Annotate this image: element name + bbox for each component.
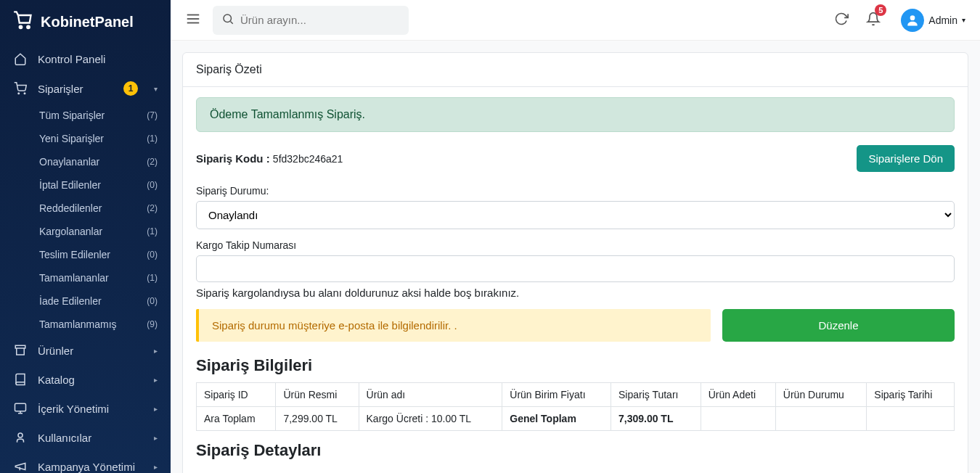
search-icon [221, 12, 234, 28]
sidebar-sub-item[interactable]: Yeni Siparişler(1) [0, 127, 171, 150]
brand[interactable]: KobinetPanel [0, 0, 171, 44]
cart-icon [13, 82, 28, 95]
sidebar-sub-item[interactable]: Onaylananlar(2) [0, 150, 171, 173]
info-alert: Sipariş durumu müşteriye e-posta ile bil… [196, 309, 711, 342]
sidebar-sub-label: Onaylananlar [39, 156, 99, 168]
sidebar-item-orders[interactable]: Siparişler 1 ▾ [0, 73, 171, 104]
sidebar-item-label: Kontrol Paneli [38, 53, 158, 65]
svg-point-8 [18, 433, 23, 437]
shipping-fee: Kargo Ücreti : 10.00 TL [359, 407, 502, 431]
sidebar-sub-item[interactable]: Reddedilenler(2) [0, 197, 171, 220]
sidebar-sub-count: (7) [147, 110, 158, 120]
sidebar-item-catalog[interactable]: Katalog ▸ [0, 365, 171, 394]
table-header: Sipariş Tarihi [867, 383, 955, 407]
sidebar-item-label: Kullanıcılar [38, 432, 144, 444]
status-select[interactable]: Onaylandı [196, 201, 955, 229]
svg-point-12 [224, 15, 232, 22]
refresh-button[interactable] [831, 9, 852, 31]
notifications-button[interactable]: 5 [863, 9, 883, 31]
sidebar-item-content[interactable]: İçerik Yönetimi ▸ [0, 394, 171, 423]
orders-badge: 1 [123, 81, 138, 96]
order-code-label: Sipariş Kodu : [196, 152, 273, 165]
sidebar-item-label: Siparişler [38, 83, 113, 95]
subtotal-label: Ara Toplam [197, 407, 276, 431]
archive-icon [13, 344, 28, 357]
user-icon [13, 431, 28, 444]
sidebar-sub-label: Kargolananlar [39, 226, 102, 237]
search-box[interactable] [213, 6, 409, 35]
chevron-right-icon: ▸ [154, 347, 158, 355]
sidebar-sub-count: (1) [147, 273, 158, 283]
sidebar-sub-label: İptal Edilenler [39, 179, 101, 191]
sidebar-sub-label: Reddedilenler [39, 202, 102, 214]
sidebar-sub-count: (0) [147, 296, 158, 306]
sidebar-sub-count: (2) [147, 203, 158, 213]
grand-total-label: Genel Toplam [502, 407, 611, 431]
chevron-right-icon: ▸ [154, 405, 158, 413]
sidebar-sub-count: (2) [147, 157, 158, 167]
table-header: Ürün Adeti [701, 383, 775, 407]
user-menu[interactable]: Admin ▾ [901, 9, 965, 32]
table-header: Ürün Durumu [775, 383, 867, 407]
status-label: Sipariş Durumu: [196, 185, 955, 197]
sidebar-item-dashboard[interactable]: Kontrol Paneli [0, 44, 171, 73]
sidebar-sub-item[interactable]: Teslim Edilenler(0) [0, 243, 171, 266]
sidebar-sub-count: (1) [147, 226, 158, 236]
chevron-right-icon: ▸ [154, 376, 158, 384]
subtotal-value: 7,299.00 TL [276, 407, 359, 431]
table-header: Ürün adı [359, 383, 502, 407]
sidebar-item-users[interactable]: Kullanıcılar ▸ [0, 423, 171, 452]
grand-total-value: 7,309.00 TL [611, 407, 701, 431]
search-input[interactable] [240, 14, 400, 26]
empty-cell [867, 407, 955, 431]
section-info-title: Sipariş Bilgileri [196, 356, 955, 375]
sidebar-item-label: Ürünler [38, 345, 144, 357]
brand-title: KobinetPanel [41, 14, 134, 30]
menu-toggle-button[interactable] [185, 11, 201, 29]
user-name: Admin [928, 15, 957, 26]
sidebar-item-campaigns[interactable]: Kampanya Yönetimi ▸ [0, 452, 171, 473]
svg-point-3 [24, 93, 25, 94]
order-summary-card: Sipariş Özeti Ödeme Tamamlanmış Sipariş.… [182, 52, 968, 473]
sidebar-sub-item[interactable]: İade Edilenler(0) [0, 289, 171, 313]
svg-point-0 [20, 26, 23, 29]
order-info-table: Sipariş IDÜrün ResmiÜrün adıÜrün Birim F… [196, 382, 955, 431]
table-header: Sipariş ID [197, 383, 276, 407]
svg-rect-5 [15, 403, 26, 411]
sidebar-sub-item[interactable]: Kargolananlar(1) [0, 220, 171, 243]
order-code-value: 5fd32bc246a21 [273, 153, 343, 165]
sidebar-item-products[interactable]: Ürünler ▸ [0, 336, 171, 365]
table-header: Sipariş Tutarı [611, 383, 701, 407]
topbar: 5 Admin ▾ [171, 0, 980, 41]
success-alert-text: Ödeme Tamamlanmış Sipariş. [210, 108, 365, 120]
card-title: Sipariş Özeti [183, 53, 968, 87]
svg-line-13 [230, 21, 232, 23]
chevron-right-icon: ▸ [154, 463, 158, 471]
empty-cell [701, 407, 775, 431]
tracking-help-text: Sipariş kargolandıysa bu alanı doldurunu… [196, 287, 955, 299]
back-to-orders-button[interactable]: Siparişlere Dön [857, 145, 955, 172]
sidebar-sub-item[interactable]: Tamamlananlar(1) [0, 266, 171, 289]
svg-point-1 [27, 26, 30, 29]
sidebar-sub-count: (0) [147, 180, 158, 190]
sidebar-sub-label: Tüm Siparişler [39, 110, 105, 121]
chevron-down-icon: ▾ [962, 16, 965, 24]
sidebar-sub-label: Teslim Edilenler [39, 249, 110, 260]
svg-rect-4 [15, 345, 25, 348]
monitor-icon [13, 402, 28, 415]
sidebar-item-label: Kampanya Yönetimi [38, 461, 144, 473]
sidebar-sub-item[interactable]: Tüm Siparişler(7) [0, 104, 171, 127]
sidebar-sub-count: (1) [147, 133, 158, 144]
tracking-input[interactable] [196, 255, 955, 282]
sidebar-sub-count: (9) [147, 319, 158, 329]
sidebar-sub-count: (0) [147, 250, 158, 260]
order-code-row: Sipariş Kodu : 5fd32bc246a21 [196, 152, 343, 165]
sidebar-sub-item[interactable]: Tamamlanmamış(9) [0, 313, 171, 336]
chevron-right-icon: ▸ [154, 434, 158, 442]
sidebar-item-label: İçerik Yönetimi [38, 403, 144, 415]
sidebar-sub-item[interactable]: İptal Edilenler(0) [0, 173, 171, 197]
table-header: Ürün Birim Fiyatı [502, 383, 611, 407]
sidebar-item-label: Katalog [38, 374, 144, 386]
edit-button[interactable]: Düzenle [722, 309, 955, 342]
home-icon [13, 52, 28, 65]
